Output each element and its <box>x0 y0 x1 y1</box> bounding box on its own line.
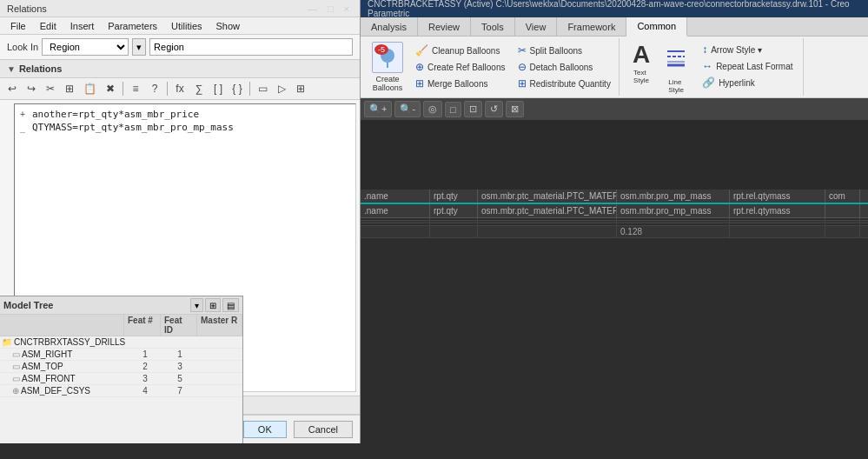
zoom-out-btn[interactable]: 🔍- <box>394 101 421 117</box>
model-tree-controls: ▾ ⊞ ▤ <box>190 298 239 312</box>
close-btn[interactable]: × <box>341 3 353 14</box>
tree-feat-asm-def-csys: 4 <box>128 386 162 396</box>
sep2 <box>167 82 168 96</box>
cell-r1-qtymass <box>730 218 825 220</box>
menu-utilities[interactable]: Utilities <box>164 19 209 33</box>
cell-r3-mat <box>478 223 617 225</box>
maximize-btn[interactable]: □ <box>324 3 337 14</box>
ribbon-content: -5 CreateBalloons 🧹 Cleanup Balloons <box>361 37 868 97</box>
col-mass-h2: osm.mbr.pro_mp_mass <box>617 204 730 217</box>
settings-btn[interactable]: ⊠ <box>506 101 524 117</box>
tree-name-root: 📁 CNCTRBRXTASSY_DRILLS <box>0 337 128 347</box>
zoom-fit-btn[interactable]: ◎ <box>423 101 442 117</box>
cell-r1-mass <box>617 218 730 220</box>
split-balloons-btn[interactable]: ✂ Split Balloons <box>514 43 615 58</box>
cell-r3-com <box>825 223 860 225</box>
col-material-h2: osm.mbr.ptc_material.PTC_MATERIAL_NAME <box>478 204 617 217</box>
format-group: A TextStyle <box>623 38 804 96</box>
tree-row-asm-front[interactable]: ▭ ASM_FRONT 3 5 <box>0 373 242 385</box>
grid-btn[interactable]: ⊞ <box>292 80 309 97</box>
hyperlink-btn[interactable]: 🔗 Hyperlink <box>698 75 797 90</box>
paste-btn[interactable]: 📋 <box>80 80 100 97</box>
col-rptqty-h2: rpt.qty <box>430 204 478 217</box>
cell-r4-com <box>825 226 860 237</box>
cut-btn[interactable]: ✂ <box>42 80 59 97</box>
tree-id-asm-def-csys: 7 <box>162 386 197 396</box>
line1-icon: + <box>20 110 29 119</box>
relations-toolbar: ↩ ↪ ✂ ⊞ 📋 ✖ ≡ ? fx ∑ [ ] { } ▭ ▷ ⊞ <box>0 78 360 100</box>
menu-show[interactable]: Show <box>209 19 248 33</box>
cell-r3-name <box>361 223 430 225</box>
redistribute-label: Redistribute Quantity <box>530 79 611 89</box>
look-in-input[interactable] <box>149 38 353 56</box>
cleanup-balloons-btn[interactable]: 🧹 Cleanup Balloons <box>411 43 510 58</box>
text-style-btn[interactable]: A TextStyle <box>628 40 654 87</box>
tab-common[interactable]: Common <box>626 17 687 37</box>
merge-icon: ⊞ <box>415 77 424 90</box>
tree-feat-asm-top: 2 <box>128 362 162 371</box>
dialog-title-controls: — □ × <box>304 3 353 14</box>
tab-view[interactable]: View <box>515 17 558 36</box>
tree-row-asm-top[interactable]: ▭ ASM_TOP 2 3 <box>0 361 242 373</box>
arrow-style-btn[interactable]: ↕ Arrow Style ▾ <box>698 42 797 57</box>
rotate-btn[interactable]: ↺ <box>485 101 503 117</box>
cell-r1-mat <box>478 218 617 220</box>
detach-balloons-btn[interactable]: ⊖ Detach Balloons <box>514 59 615 75</box>
redistribute-qty-btn[interactable]: ⊞ Redistribute Quantity <box>514 76 615 91</box>
cell-r4-qty <box>430 226 478 237</box>
model-tree-ctrl-1[interactable]: ▾ <box>190 298 203 312</box>
tree-row-asm-def-csys[interactable]: ⊕ ASM_DEF_CSYS 4 7 <box>0 385 242 397</box>
copy-btn[interactable]: ⊞ <box>61 80 78 97</box>
play-btn[interactable]: ▷ <box>273 80 290 97</box>
relations-section-header: ▼ Relations <box>0 60 360 78</box>
sep1 <box>123 82 123 96</box>
minimize-btn[interactable]: — <box>304 3 321 14</box>
create-balloons-btn[interactable]: -5 CreateBalloons <box>368 39 407 95</box>
brackets-btn[interactable]: [ ] <box>209 80 227 97</box>
zoom-in-btn[interactable]: 🔍+ <box>364 101 392 117</box>
model-tree-ctrl-2[interactable]: ⊞ <box>205 298 221 312</box>
sum-btn[interactable]: ∑ <box>190 80 208 97</box>
line-style-btn[interactable]: LineStyle <box>658 40 694 96</box>
cell-r2-mat <box>478 221 617 223</box>
tab-framework[interactable]: Framework <box>557 17 626 36</box>
tree-row-asm-right[interactable]: ▭ ASM_RIGHT 1 1 <box>0 349 242 361</box>
tab-review[interactable]: Review <box>418 17 471 36</box>
tab-analysis[interactable]: Analysis <box>361 17 418 36</box>
table-header-row-2: .name rpt.qty osm.mbr.ptc_material.PTC_M… <box>361 204 868 218</box>
help-btn[interactable]: ? <box>146 80 163 97</box>
look-in-browse-btn[interactable]: ▾ <box>132 38 146 56</box>
cell-r2-mass <box>617 221 730 223</box>
balloons-group: -5 CreateBalloons 🧹 Cleanup Balloons <box>364 38 620 96</box>
list-btn[interactable]: ≡ <box>127 80 144 97</box>
pan-btn[interactable]: ⊡ <box>464 101 482 117</box>
merge-balloons-btn[interactable]: ⊞ Merge Balloons <box>411 76 510 91</box>
menu-insert[interactable]: Insert <box>63 19 102 33</box>
curly-btn[interactable]: { } <box>229 80 246 97</box>
redo-btn[interactable]: ↪ <box>23 80 40 97</box>
col-com-h1: com <box>825 190 860 203</box>
model-tree-panel: Model Tree ▾ ⊞ ▤ Feat # Feat ID Master R… <box>0 296 243 443</box>
look-in-select[interactable]: Region <box>42 38 129 56</box>
undo-btn[interactable]: ↩ <box>3 80 21 97</box>
col-material-h1: osm.mbr.ptc_material.PTC_MATERIAL_NAME <box>478 190 617 203</box>
fx-btn[interactable]: fx <box>171 80 189 97</box>
cancel-button[interactable]: Cancel <box>294 421 353 438</box>
tab-tools[interactable]: Tools <box>471 17 515 36</box>
cell-r4-qtymass <box>730 226 825 237</box>
repeat-last-format-btn[interactable]: ↔ Repeat Last Format <box>698 58 797 74</box>
create-ref-balloons-btn[interactable]: ⊕ Create Ref Balloons <box>411 59 510 75</box>
ok-button[interactable]: OK <box>243 421 287 438</box>
tree-row-root[interactable]: 📁 CNCTRBRXTASSY_DRILLS <box>0 336 242 349</box>
table-btn[interactable]: ▭ <box>254 80 271 97</box>
tree-id-asm-right: 1 <box>162 349 197 359</box>
view-box-btn[interactable]: □ <box>445 102 461 117</box>
menu-parameters[interactable]: Parameters <box>101 19 164 33</box>
menu-edit[interactable]: Edit <box>33 19 63 33</box>
plane-icon-1: ▭ <box>12 349 20 359</box>
menu-file[interactable]: File <box>3 19 33 33</box>
tree-label-asm-def-csys: ASM_DEF_CSYS <box>21 386 90 396</box>
creo-title-bar: CNCTRBRACKETASSY (Active) C:\Users\weklx… <box>361 0 868 17</box>
delete-btn[interactable]: ✖ <box>102 80 119 97</box>
model-tree-ctrl-3[interactable]: ▤ <box>222 298 239 312</box>
